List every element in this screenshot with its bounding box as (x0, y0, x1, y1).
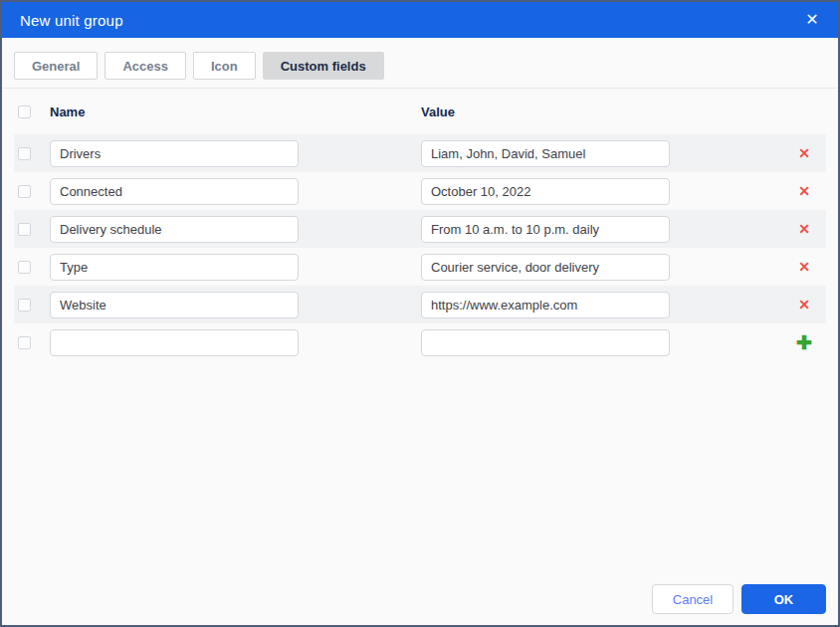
field-name-input[interactable] (50, 254, 299, 281)
cancel-button[interactable]: Cancel (652, 584, 734, 614)
table-row: ✕ (14, 286, 826, 323)
close-icon[interactable]: ✕ (802, 10, 822, 30)
column-header-value: Value (421, 104, 670, 119)
field-value-input[interactable] (421, 178, 670, 205)
ok-button[interactable]: OK (741, 584, 826, 614)
field-name-input[interactable] (50, 292, 299, 318)
dialog-title: New unit group (20, 12, 123, 29)
new-field-value-input[interactable] (421, 329, 670, 356)
column-header-name: Name (50, 104, 299, 119)
tab-custom-fields[interactable]: Custom fields (263, 52, 384, 80)
field-name-input[interactable] (50, 140, 299, 167)
row-checkbox[interactable] (18, 299, 31, 312)
delete-row-icon[interactable]: ✕ (795, 260, 813, 274)
table-row: ✕ (14, 210, 826, 248)
delete-row-icon[interactable]: ✕ (795, 184, 813, 198)
tab-general[interactable]: General (14, 52, 98, 80)
dialog-footer: Cancel OK (652, 584, 826, 614)
dialog-titlebar: New unit group ✕ (2, 2, 838, 38)
delete-row-icon[interactable]: ✕ (795, 222, 813, 236)
table-row: ✕ (14, 248, 826, 286)
field-value-input[interactable] (421, 216, 670, 243)
tab-icon[interactable]: Icon (193, 52, 256, 80)
row-checkbox[interactable] (18, 147, 31, 160)
table-row: ✕ (14, 134, 826, 172)
table-row: ✕ (14, 172, 826, 210)
field-name-input[interactable] (50, 178, 299, 205)
table-header-row: Name Value (14, 89, 826, 134)
row-checkbox[interactable] (18, 261, 31, 274)
row-checkbox[interactable] (18, 336, 31, 349)
field-name-input[interactable] (50, 216, 299, 243)
new-unit-group-dialog: New unit group ✕ General Access Icon Cus… (0, 0, 840, 627)
tab-bar: General Access Icon Custom fields (2, 38, 838, 89)
row-checkbox[interactable] (18, 185, 31, 198)
custom-fields-table: ✕ ✕ ✕ ✕ ✕ (2, 134, 838, 361)
tab-access[interactable]: Access (105, 52, 186, 80)
new-field-name-input[interactable] (50, 329, 299, 356)
field-value-input[interactable] (421, 140, 670, 167)
delete-row-icon[interactable]: ✕ (795, 146, 813, 160)
field-value-input[interactable] (421, 254, 670, 281)
delete-row-icon[interactable]: ✕ (795, 298, 813, 312)
table-row-new: ✚ (14, 323, 826, 361)
row-checkbox[interactable] (18, 223, 31, 236)
add-row-icon[interactable]: ✚ (795, 333, 813, 352)
field-value-input[interactable] (421, 292, 670, 318)
select-all-checkbox[interactable] (18, 105, 31, 118)
